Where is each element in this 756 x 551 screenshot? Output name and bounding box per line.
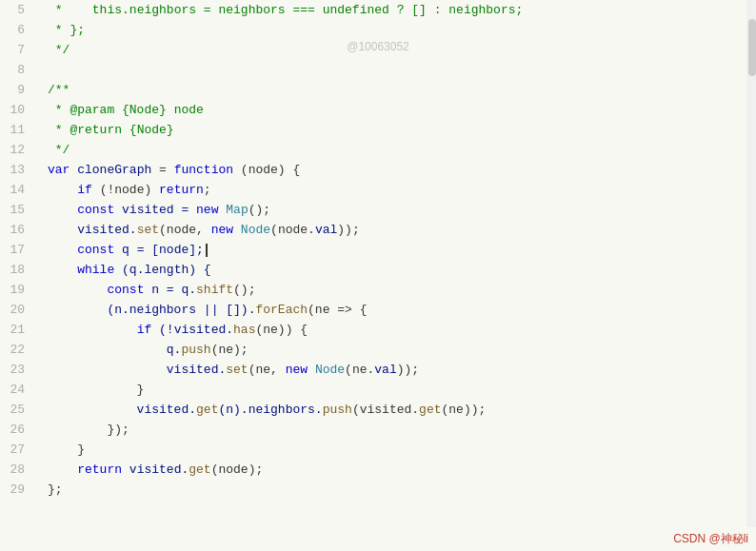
code-line: while (q.length) { — [48, 260, 756, 280]
code-line: q.push(ne); — [48, 340, 756, 360]
code-line: } — [48, 380, 756, 400]
line-number: 9 — [8, 80, 30, 100]
code-line: return visited.get(node); — [48, 460, 756, 480]
line-number: 17 — [8, 240, 30, 260]
code-line: } — [48, 440, 756, 460]
code-line: * @param {Node} node — [48, 100, 756, 120]
line-number: 15 — [8, 200, 30, 220]
code-line: if (!node) return; — [48, 180, 756, 200]
scrollbar[interactable] — [746, 0, 756, 551]
line-number: 14 — [8, 180, 30, 200]
line-number: 22 — [8, 340, 30, 360]
code-line: /** — [48, 80, 756, 100]
code-line: visited.set(ne, new Node(ne.val)); — [48, 360, 756, 380]
scrollbar-thumb[interactable] — [748, 19, 756, 76]
line-number: 26 — [8, 420, 30, 440]
line-number: 28 — [8, 460, 30, 480]
code-line: * }; — [48, 20, 756, 40]
line-number: 21 — [8, 320, 30, 340]
line-numbers: 5678910111213141516171819202122232425262… — [0, 0, 38, 551]
code-line: visited.set(node, new Node(node.val)); — [48, 220, 756, 240]
line-number: 16 — [8, 220, 30, 240]
code-editor: 5678910111213141516171819202122232425262… — [0, 0, 756, 551]
line-number: 19 — [8, 280, 30, 300]
line-number: 11 — [8, 120, 30, 140]
line-number: 27 — [8, 440, 30, 460]
code-line: if (!visited.has(ne)) { — [48, 320, 756, 340]
code-content[interactable]: * this.neighbors = neighbors === undefin… — [38, 0, 756, 551]
line-number: 12 — [8, 140, 30, 160]
code-line: }; — [48, 480, 756, 500]
code-line: var cloneGraph = function (node) { — [48, 160, 756, 180]
line-number: 13 — [8, 160, 30, 180]
line-number: 29 — [8, 480, 30, 500]
code-line: */ — [48, 140, 756, 160]
line-number: 23 — [8, 360, 30, 380]
line-number: 18 — [8, 260, 30, 280]
code-line: const visited = new Map(); — [48, 200, 756, 220]
code-line: const q = [node]; — [48, 240, 756, 260]
line-number: 5 — [8, 0, 30, 20]
line-number: 8 — [8, 60, 30, 80]
code-line: (n.neighbors || []).forEach(ne => { — [48, 300, 756, 320]
line-number: 6 — [8, 20, 30, 40]
code-line: }); — [48, 420, 756, 440]
code-line: * this.neighbors = neighbors === undefin… — [48, 0, 756, 20]
line-number: 24 — [8, 380, 30, 400]
code-line: * @return {Node} — [48, 120, 756, 140]
line-number: 25 — [8, 400, 30, 420]
code-line: visited.get(n).neighbors.push(visited.ge… — [48, 400, 756, 420]
line-number: 10 — [8, 100, 30, 120]
bottom-bar: CSDN @神秘li — [666, 527, 756, 551]
line-number: 20 — [8, 300, 30, 320]
code-line: */ — [48, 40, 756, 60]
line-number: 7 — [8, 40, 30, 60]
code-line: const n = q.shift(); — [48, 280, 756, 300]
code-line — [48, 60, 756, 80]
text-cursor — [206, 244, 208, 257]
